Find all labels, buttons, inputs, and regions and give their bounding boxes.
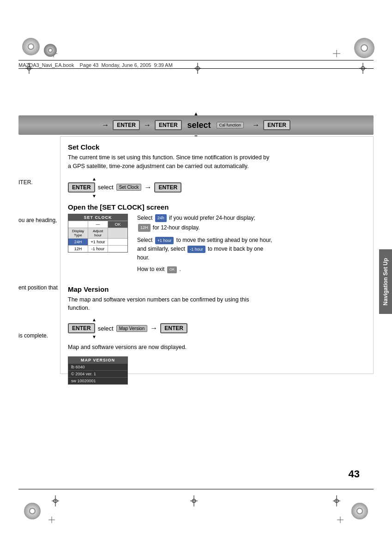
map-version-desc-2: function. [68, 305, 90, 311]
minus1hour-pill: -1 hour [187, 246, 205, 253]
set-clock-screen-row: SET CLOCK — OK Display Type Adjust hour … [68, 214, 366, 274]
clock-text-2b-post: to move it back by one [208, 246, 263, 252]
exit-text: How to exit OK . [137, 265, 366, 274]
clock-text-2-pre: Select [137, 237, 152, 243]
nav-enter-btn-1[interactable]: ENTER [113, 120, 140, 130]
enter-select-inner-2: ENTER select Map Version → ENTER [68, 323, 187, 333]
mapversion-pill: Map Version [116, 325, 148, 332]
exit-pre: How to exit [137, 266, 164, 272]
select-label-2: select [98, 325, 114, 332]
mv-row-3: sw 10020001 [68, 377, 127, 384]
crosshair-bottom-center [190, 495, 198, 508]
nav-arrow-1: → [102, 121, 109, 129]
exit-post: . [180, 266, 181, 272]
sidebar-label-text: Navigation Set Up [382, 258, 389, 306]
screen-row-header: Display Type Adjust hour [68, 228, 127, 238]
screen-row-0: — OK [68, 221, 127, 228]
cell-01: — [88, 221, 108, 228]
screen-title: SET CLOCK [68, 214, 127, 221]
crosshair-top-right [359, 63, 367, 75]
cell-21: -1 hour [88, 246, 108, 252]
enter-select-row-2: ▲ ENTER select Map Version → ENTER ▼ [68, 317, 366, 339]
select-label-1: select [98, 184, 114, 191]
nav-cal-function: Cal function [217, 122, 244, 128]
header-date: Monday, June 6, 2005 [101, 62, 151, 68]
crosshair-bottom-left [52, 495, 59, 508]
main-content: Set Clock The current time is set using … [60, 136, 374, 374]
arrow-mapversion: → [150, 324, 157, 332]
open-screen-title: Open the [SET CLOCK] screen [68, 203, 366, 211]
plus1hour-pill: +1 hour [155, 237, 174, 244]
up-arrow-2: ▲ [92, 317, 96, 322]
circle-bottom-left [24, 503, 41, 519]
left-text-heading: ou are heading, [18, 217, 57, 223]
arrow-setclock: → [144, 183, 151, 192]
set-clock-screen: SET CLOCK — OK Display Type Adjust hour … [68, 214, 128, 253]
cell-h0: Display Type [68, 228, 88, 238]
set-clock-desc: The current time is set using this funct… [68, 153, 366, 171]
enter-btn-mapversion-2[interactable]: ENTER [160, 323, 187, 333]
map-version-result: Map and software versions are now displa… [68, 343, 366, 352]
cell-h2 [108, 228, 127, 238]
12h-pill: 12H [138, 224, 151, 231]
left-text-iter: ITER. [18, 179, 33, 186]
nav-bar: ▲ ▼ → ENTER → ENTER select Cal function … [18, 115, 374, 135]
nav-arrow-3: → [252, 121, 259, 129]
clock-text-2b: and similarly, select -1 hour to move it… [137, 245, 366, 253]
enter-select-inner-1: ENTER select Set Clock → ENTER [68, 182, 181, 193]
set-clock-desc-line1: The current time is set using this funct… [68, 154, 269, 161]
mv-row-1: lb 6040 [68, 363, 127, 370]
down-arrow-1: ▼ [92, 193, 96, 199]
nav-arrow-2: → [144, 121, 151, 129]
screen-row-1: 24H +1 hour [68, 238, 127, 245]
nav-select-text: select [187, 120, 211, 130]
clock-text-2b-pre: and similarly, select [137, 246, 185, 252]
left-text-complete: is complete. [18, 332, 48, 339]
cell-11: +1 hour [88, 239, 108, 245]
crosshair-top-left2 [25, 63, 33, 75]
cell-h1: Adjust hour [88, 228, 108, 238]
nav-enter-btn-2[interactable]: ENTER [155, 120, 182, 130]
crosshair-br-corner [337, 517, 344, 524]
cell-20: 12H [68, 246, 88, 252]
setclock-pill: Set Clock [116, 184, 142, 191]
reg-mark-circle-tr [354, 38, 374, 58]
set-clock-desc-line2: a GPS satellite, time-zone adjustment ca… [68, 163, 249, 169]
mv-title: MAP VERSION [68, 357, 127, 363]
clock-text-2c: hour. [137, 253, 366, 262]
clock-text-1b: 12H for 12-hour display. [137, 223, 366, 232]
nav-enter-btn-3[interactable]: ENTER [263, 120, 290, 130]
set-clock-section: Set Clock The current time is set using … [68, 143, 366, 274]
cell-02: OK [108, 221, 127, 228]
down-arrow-2: ▼ [92, 334, 96, 339]
map-version-desc-1: The map and software version numbers can… [68, 296, 249, 303]
bottom-rule-line [18, 489, 374, 489]
set-clock-title: Set Clock [68, 143, 366, 151]
mv-row-2: © 2004 ver. 1 [68, 370, 127, 377]
map-version-title: Map Version [68, 285, 366, 293]
crosshair-top-center [194, 63, 201, 75]
cell-10: 24H [68, 239, 88, 245]
enter-select-row-1: ▲ ENTER select Set Clock → ENTER ▼ [68, 176, 366, 199]
ok-pill: OK [167, 266, 177, 273]
24h-pill: 24h [155, 214, 167, 222]
map-version-screen: MAP VERSION lb 6040 © 2004 ver. 1 sw 100… [68, 356, 128, 385]
enter-btn-mapversion[interactable]: ENTER [68, 323, 95, 333]
reg-mark-tr [333, 50, 340, 57]
enter-btn-setclock[interactable]: ENTER [68, 182, 95, 193]
nav-up-arrow: ▲ [193, 111, 199, 116]
clock-text-1-pre: Select [137, 215, 152, 221]
clock-text-1-post: if you would prefer 24-hour display; [169, 215, 255, 221]
left-text-position: ent position that [18, 284, 58, 291]
crosshair-bl-corner [48, 517, 55, 524]
map-version-desc: The map and software version numbers can… [68, 295, 366, 313]
sidebar-label: Navigation Set Up [379, 249, 392, 314]
map-version-section: Map Version The map and software version… [68, 285, 366, 385]
circle-mark-tl [44, 44, 57, 57]
clock-text-2-post: to move the setting ahead by one hour, [176, 237, 272, 243]
enter-btn-setclock-2[interactable]: ENTER [154, 182, 181, 193]
page-number: 43 [349, 468, 360, 480]
header-time: 9:39 AM [154, 62, 172, 68]
clock-text-1b-post: for 12-hour display. [153, 224, 200, 231]
cell-00 [68, 221, 88, 228]
